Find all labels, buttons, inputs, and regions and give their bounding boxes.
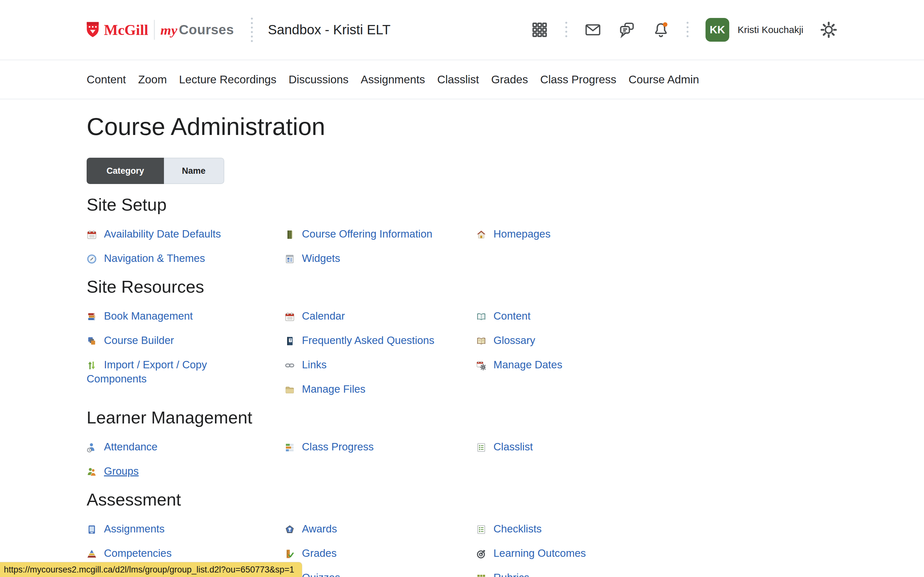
admin-link-frequently-asked-questions[interactable]: ?Frequently Asked Questions [284, 334, 451, 348]
awards-icon [284, 524, 295, 535]
admin-link-manage-files[interactable]: Manage Files [284, 382, 451, 396]
svg-text:?: ? [289, 338, 291, 342]
admin-link-label: Assignments [104, 523, 165, 535]
section-column: Homepages [476, 227, 643, 251]
rubrics-icon [476, 573, 486, 577]
admin-link-label: Book Management [104, 310, 193, 322]
admin-link-label: Course Offering Information [302, 228, 433, 240]
view-toggle: Category Name [87, 158, 224, 184]
gear-icon[interactable] [820, 21, 837, 39]
admin-link-label: Links [302, 359, 326, 371]
section-column: Book ManagementCourse BuilderImport / Ex… [87, 309, 254, 396]
bell-icon[interactable] [652, 21, 670, 39]
section-column: Course Offering InformationWidgets [284, 227, 451, 276]
section-title-site-resources: Site Resources [87, 276, 837, 298]
nav-item-zoom[interactable]: Zoom [138, 73, 167, 86]
admin-link-manage-dates[interactable]: Manage Dates [476, 358, 643, 372]
status-url-tooltip: https://mycourses2.mcgill.ca/d2l/lms/gro… [0, 562, 302, 577]
admin-link-label: Homepages [493, 228, 551, 240]
admin-link-availability-date-defaults[interactable]: Availability Date Defaults [87, 227, 254, 241]
app-grid-icon[interactable] [531, 21, 548, 39]
nav-item-class-progress[interactable]: Class Progress [540, 73, 616, 86]
admin-link-import-export-copy-components[interactable]: Import / Export / Copy Components [87, 358, 254, 386]
page-title: Course Administration [87, 111, 837, 142]
admin-link-widgets[interactable]: Widgets [284, 251, 451, 266]
admin-link-label: Classlist [493, 441, 533, 453]
classlist-icon [476, 442, 486, 453]
nav-item-lecture-recordings[interactable]: Lecture Recordings [179, 73, 276, 86]
import-export-icon [87, 360, 97, 371]
main-content: Course Administration Category Name Site… [0, 111, 924, 577]
section-columns: Book ManagementCourse BuilderImport / Ex… [87, 309, 837, 406]
minibar-actions: KK Kristi Kouchakji [531, 18, 837, 42]
admin-link-label: Navigation & Themes [104, 252, 205, 264]
nav-item-content[interactable]: Content [87, 73, 126, 86]
section-columns: Availability Date DefaultsNavigation & T… [87, 227, 837, 276]
admin-link-label: Attendance [104, 441, 158, 453]
admin-link-checklists[interactable]: Checklists [476, 522, 643, 536]
admin-link-links[interactable]: Links [284, 358, 451, 372]
nav-item-course-admin[interactable]: Course Admin [628, 73, 699, 86]
admin-link-label: Import / Export / Copy Components [87, 359, 207, 385]
admin-link-attendance[interactable]: Attendance [87, 440, 254, 454]
admin-link-label: Course Builder [104, 334, 174, 346]
section-title-assessment: Assessment [87, 488, 837, 510]
avatar[interactable]: KK [706, 18, 729, 42]
admin-link-classlist[interactable]: Classlist [476, 440, 643, 454]
mcgill-crest-icon [86, 21, 100, 39]
admin-link-grades[interactable]: Grades [284, 546, 451, 560]
open-book-tan-icon [476, 336, 486, 346]
green-book-icon [284, 229, 295, 240]
admin-link-label: Competencies [104, 547, 172, 559]
admin-link-class-progress[interactable]: Class Progress [284, 440, 451, 454]
admin-link-book-management[interactable]: Book Management [87, 309, 254, 323]
admin-link-glossary[interactable]: Glossary [476, 334, 643, 348]
section-title-site-setup: Site Setup [87, 193, 837, 215]
admin-link-navigation-themes[interactable]: Navigation & Themes [87, 251, 254, 266]
assignments-icon [87, 524, 97, 535]
admin-link-competencies[interactable]: Competencies [87, 546, 254, 560]
nav-item-assignments[interactable]: Assignments [360, 73, 425, 86]
admin-link-groups[interactable]: Groups [87, 464, 254, 478]
admin-link-label: Glossary [493, 334, 535, 346]
dotted-separator [565, 21, 567, 39]
grades-icon [284, 549, 295, 559]
mycourses-logo[interactable]: McGill my Courses [86, 20, 234, 40]
chat-icon[interactable] [618, 21, 636, 39]
calendar-icon [284, 311, 295, 322]
section-column: Calendar?Frequently Asked QuestionsLinks… [284, 309, 451, 406]
admin-link-course-offering-information[interactable]: Course Offering Information [284, 227, 451, 241]
admin-link-rubrics[interactable]: Rubrics [476, 571, 643, 577]
admin-link-label: Grades [302, 547, 336, 559]
groups-icon [87, 467, 97, 477]
admin-link-content[interactable]: Content [476, 309, 643, 323]
progress-bars-icon [284, 442, 295, 453]
calendar-gear-icon [476, 360, 486, 371]
nav-item-classlist[interactable]: Classlist [437, 73, 479, 86]
admin-link-homepages[interactable]: Homepages [476, 227, 643, 241]
compass-icon [87, 254, 97, 264]
dotted-separator [250, 16, 253, 43]
toggle-category-button[interactable]: Category [87, 158, 164, 184]
email-icon[interactable] [584, 21, 602, 39]
admin-link-calendar[interactable]: Calendar [284, 309, 451, 323]
section-column: ChecklistsLearning OutcomesRubrics [476, 522, 643, 577]
admin-link-assignments[interactable]: Assignments [87, 522, 254, 536]
section-title-learner-management: Learner Management [87, 406, 837, 428]
admin-link-course-builder[interactable]: Course Builder [87, 334, 254, 348]
course-builder-icon [87, 336, 97, 346]
toggle-name-button[interactable]: Name [164, 158, 224, 184]
section-column: AttendanceGroups [87, 440, 254, 488]
widgets-icon [284, 254, 295, 264]
user-menu[interactable]: KK Kristi Kouchakji [706, 18, 803, 42]
admin-link-awards[interactable]: Awards [284, 522, 451, 536]
admin-link-learning-outcomes[interactable]: Learning Outcomes [476, 546, 643, 560]
admin-link-label: Manage Files [302, 383, 365, 395]
admin-link-quizzes[interactable]: ?Quizzes [284, 571, 451, 577]
chain-links-icon [284, 360, 295, 371]
nav-item-discussions[interactable]: Discussions [289, 73, 349, 86]
course-navbar: ContentZoomLecture RecordingsDiscussions… [0, 60, 924, 99]
learning-outcomes-icon [476, 549, 486, 559]
nav-item-grades[interactable]: Grades [491, 73, 528, 86]
admin-link-label: Class Progress [302, 441, 374, 453]
